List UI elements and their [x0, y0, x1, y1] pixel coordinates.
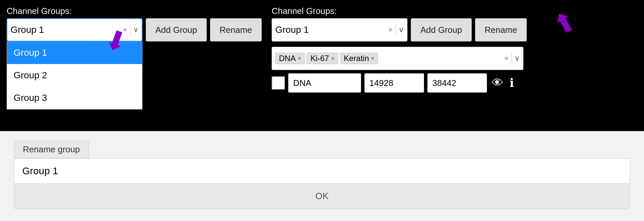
tag-dna-remove[interactable]: × [298, 55, 301, 62]
right-panel: Channel Groups: Group 1 × ∨ Add Group Re… [272, 6, 637, 93]
right-row-checkbox[interactable] [272, 76, 285, 90]
left-rename-button[interactable]: Rename [210, 18, 262, 41]
right-channels-divider [511, 52, 512, 64]
tag-ki67-label: Ki-67 [310, 54, 329, 63]
right-info-icon[interactable]: ℹ [508, 76, 515, 90]
tag-dna-label: DNA [279, 54, 296, 63]
right-channels-arrow-icon[interactable]: ∨ [514, 54, 520, 63]
right-channel-groups-label: Channel Groups: [272, 6, 637, 16]
tag-keratin-label: Keratin [344, 54, 369, 63]
tag-dna: DNA × [275, 53, 305, 64]
left-group-value: Group 1 [11, 25, 123, 35]
right-data-row: DNA 14928 38442 👁 ℹ [272, 73, 637, 93]
right-top-row: Group 1 × ∨ Add Group Rename [272, 18, 637, 41]
right-group-value: Group 1 [275, 25, 388, 35]
left-dropdown-item-group3[interactable]: Group 3 [7, 87, 142, 109]
tag-keratin-remove[interactable]: × [371, 55, 375, 62]
right-value1: 14928 [364, 73, 424, 93]
left-channel-groups-label: Channel Groups: [7, 6, 265, 16]
tag-ki67-remove[interactable]: × [331, 55, 335, 62]
right-dropdown-clear-icon[interactable]: × [388, 25, 393, 35]
left-panel: Channel Groups: Group 1 × ∨ Group 1 Grou… [7, 6, 265, 93]
dialog-input-row [14, 159, 630, 184]
left-add-group-button[interactable]: Add Group [146, 18, 207, 41]
right-channels-row: DNA × Ki-67 × Keratin × × ∨ [272, 47, 637, 70]
right-eye-icon[interactable]: 👁 [490, 76, 505, 90]
right-dna-label: DNA [288, 73, 361, 93]
right-group-dropdown[interactable]: Group 1 × ∨ [272, 18, 407, 41]
dialog-content: OK [14, 158, 630, 209]
tag-keratin: Keratin × [340, 53, 378, 64]
right-dropdown-arrow-icon[interactable]: ∨ [399, 26, 404, 34]
right-add-group-button[interactable]: Add Group [411, 18, 472, 41]
right-rename-button[interactable]: Rename [475, 18, 527, 41]
left-dropdown-item-group2[interactable]: Group 2 [7, 64, 142, 87]
dialog-group-name-input[interactable] [22, 165, 622, 177]
tag-ki67: Ki-67 × [307, 53, 338, 64]
left-dropdown-arrow-icon[interactable]: ∨ [133, 26, 138, 34]
right-dropdown-divider [396, 24, 396, 36]
right-channels-clear-icon[interactable]: × [504, 54, 509, 63]
rename-dialog: Rename group OK [0, 131, 644, 221]
right-channels-input[interactable]: DNA × Ki-67 × Keratin × × ∨ [272, 47, 523, 70]
right-value2: 38442 [427, 73, 487, 93]
dialog-title-tab: Rename group [14, 141, 89, 158]
dialog-ok-button[interactable]: OK [14, 184, 630, 209]
left-top-row: Group 1 × ∨ Group 1 Group 2 Group 3 Add … [7, 18, 265, 41]
